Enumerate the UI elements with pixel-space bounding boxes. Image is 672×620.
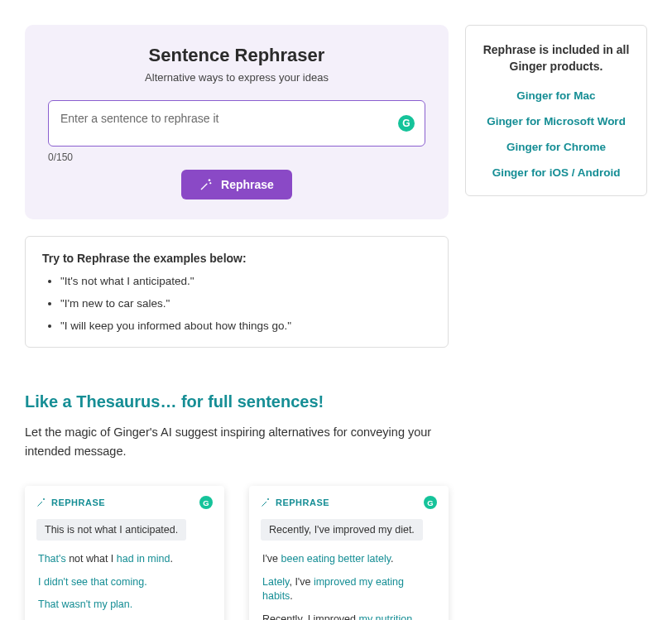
- examples-list: "It's not what I anticipated." "I'm new …: [42, 275, 431, 332]
- preview-suggestions: That's not what I had in mind.I didn't s…: [36, 552, 213, 613]
- wand-icon: [261, 497, 271, 507]
- suggestion-line: I didn't see that coming.: [38, 575, 213, 590]
- suggestion-line: That wasn't my plan.: [38, 598, 213, 613]
- rephraser-panel: Sentence Rephraser Alternative ways to e…: [25, 25, 449, 219]
- highlighted-text: been eating better lately: [281, 553, 391, 565]
- highlighted-text: my nutrition: [358, 613, 412, 620]
- wand-icon: [36, 497, 46, 507]
- preview-card: REPHRASEGRecently, I've improved my diet…: [249, 486, 449, 620]
- page-title: Sentence Rephraser: [48, 45, 425, 66]
- preview-input-text: Recently, I've improved my diet.: [261, 519, 423, 541]
- suggestion-line: I've been eating better lately.: [262, 552, 437, 567]
- rephrase-button[interactable]: Rephrase: [181, 170, 292, 199]
- preview-row: REPHRASEGThis is not what I anticipated.…: [25, 486, 449, 620]
- preview-header: REPHRASEG: [261, 496, 437, 509]
- plain-text: I've: [262, 553, 281, 565]
- sidebar-link-mobile[interactable]: Ginger for iOS / Android: [481, 166, 631, 179]
- section-heading: Like a Thesaurus… for full sentences!: [25, 392, 449, 411]
- wand-icon: [199, 178, 213, 191]
- preview-header-label: REPHRASE: [36, 497, 105, 507]
- highlighted-text: That wasn't my plan.: [38, 598, 132, 610]
- examples-card: Try to Rephrase the examples below: "It'…: [25, 236, 449, 348]
- plain-text: Recently, I improved: [262, 613, 358, 620]
- page-subtitle: Alternative ways to express your ideas: [48, 71, 425, 84]
- sentence-input[interactable]: [60, 112, 385, 125]
- char-counter: 0/150: [48, 151, 425, 163]
- suggestion-line: Recently, I improved my nutrition.: [262, 613, 437, 620]
- example-item[interactable]: "I'm new to car sales.": [60, 297, 431, 310]
- plain-text: .: [412, 613, 415, 620]
- preview-card: REPHRASEGThis is not what I anticipated.…: [25, 486, 224, 620]
- examples-title: Try to Rephrase the examples below:: [42, 252, 431, 265]
- plain-text: .: [170, 553, 172, 565]
- highlighted-text: had in mind: [117, 553, 170, 565]
- sidebar-title: Rephrase is included in all Ginger produ…: [481, 42, 631, 74]
- plain-text: .: [391, 553, 393, 565]
- example-item[interactable]: "I will keep you informed about how thin…: [60, 320, 431, 332]
- highlighted-text: I didn't see that coming.: [38, 576, 147, 588]
- ginger-badge-icon: G: [199, 496, 213, 509]
- plain-text: not what I: [69, 553, 117, 565]
- preview-header: REPHRASEG: [36, 496, 213, 509]
- example-item[interactable]: "It's not what I anticipated.": [60, 275, 431, 287]
- suggestion-line: That's not what I had in mind.: [38, 552, 213, 567]
- suggestion-line: Lately, I've improved my eating habits.: [262, 575, 437, 604]
- plain-text: , I've: [289, 576, 313, 588]
- plain-text: .: [290, 590, 292, 602]
- highlighted-text: Lately: [262, 576, 289, 588]
- sidebar-link-chrome[interactable]: Ginger for Chrome: [481, 141, 631, 153]
- section-text: Let the magic of Ginger's AI suggest ins…: [25, 423, 449, 461]
- ginger-badge-icon: G: [398, 115, 415, 132]
- sidebar-link-mac[interactable]: Ginger for Mac: [481, 89, 631, 102]
- ginger-badge-icon: G: [424, 496, 437, 509]
- sidebar-card: Rephrase is included in all Ginger produ…: [465, 25, 647, 196]
- sentence-input-wrap[interactable]: G: [48, 100, 425, 147]
- preview-suggestions: I've been eating better lately.Lately, I…: [261, 552, 437, 620]
- highlighted-text: That's: [38, 553, 69, 565]
- preview-header-label: REPHRASE: [261, 497, 329, 507]
- preview-input-text: This is not what I anticipated.: [36, 519, 186, 541]
- rephrase-button-label: Rephrase: [221, 178, 274, 191]
- sidebar-link-word[interactable]: Ginger for Microsoft Word: [481, 115, 631, 127]
- sidebar-links: Ginger for Mac Ginger for Microsoft Word…: [481, 89, 631, 179]
